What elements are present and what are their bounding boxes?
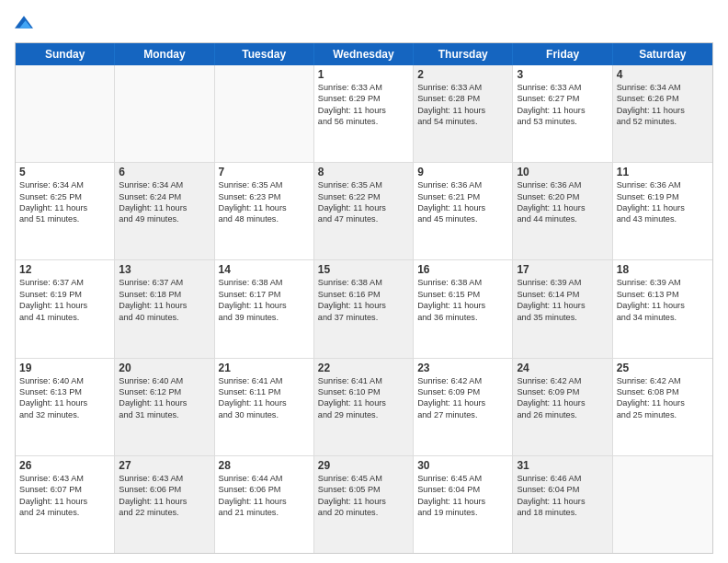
calendar-cell-day-27: 27Sunrise: 6:43 AM Sunset: 6:06 PM Dayli… xyxy=(115,456,214,553)
calendar-cell-day-24: 24Sunrise: 6:42 AM Sunset: 6:09 PM Dayli… xyxy=(513,359,612,455)
day-info: Sunrise: 6:38 AM Sunset: 6:15 PM Dayligh… xyxy=(417,277,508,323)
day-number: 20 xyxy=(119,362,210,374)
day-info: Sunrise: 6:41 AM Sunset: 6:10 PM Dayligh… xyxy=(318,375,409,421)
calendar-cell-day-11: 11Sunrise: 6:36 AM Sunset: 6:19 PM Dayli… xyxy=(613,163,712,259)
day-info: Sunrise: 6:43 AM Sunset: 6:06 PM Dayligh… xyxy=(119,473,210,519)
calendar-cell-day-8: 8Sunrise: 6:35 AM Sunset: 6:22 PM Daylig… xyxy=(314,163,414,259)
day-number: 10 xyxy=(517,166,608,178)
calendar-cell-day-21: 21Sunrise: 6:41 AM Sunset: 6:11 PM Dayli… xyxy=(215,359,314,455)
calendar-cell-day-30: 30Sunrise: 6:45 AM Sunset: 6:04 PM Dayli… xyxy=(414,456,513,553)
calendar-row-1: 5Sunrise: 6:34 AM Sunset: 6:25 PM Daylig… xyxy=(16,163,712,260)
calendar-cell-day-19: 19Sunrise: 6:40 AM Sunset: 6:13 PM Dayli… xyxy=(16,359,115,455)
calendar-cell-empty xyxy=(16,65,115,162)
calendar-row-4: 26Sunrise: 6:43 AM Sunset: 6:07 PM Dayli… xyxy=(16,456,712,553)
calendar-cell-day-7: 7Sunrise: 6:35 AM Sunset: 6:23 PM Daylig… xyxy=(215,163,314,259)
weekday-header-monday: Monday xyxy=(115,43,214,65)
logo xyxy=(15,11,35,35)
day-number: 5 xyxy=(19,166,110,178)
calendar-cell-day-16: 16Sunrise: 6:38 AM Sunset: 6:15 PM Dayli… xyxy=(414,260,513,357)
day-number: 11 xyxy=(617,166,709,178)
calendar-cell-day-22: 22Sunrise: 6:41 AM Sunset: 6:10 PM Dayli… xyxy=(314,359,414,455)
calendar-row-0: 1Sunrise: 6:33 AM Sunset: 6:29 PM Daylig… xyxy=(16,65,712,163)
day-info: Sunrise: 6:40 AM Sunset: 6:12 PM Dayligh… xyxy=(119,375,210,421)
day-info: Sunrise: 6:44 AM Sunset: 6:06 PM Dayligh… xyxy=(219,473,310,519)
day-number: 7 xyxy=(219,166,310,178)
calendar-cell-day-18: 18Sunrise: 6:39 AM Sunset: 6:13 PM Dayli… xyxy=(613,260,712,357)
calendar-cell-day-15: 15Sunrise: 6:38 AM Sunset: 6:16 PM Dayli… xyxy=(314,260,414,357)
calendar-cell-empty xyxy=(115,65,214,162)
day-info: Sunrise: 6:37 AM Sunset: 6:19 PM Dayligh… xyxy=(19,277,110,323)
page-header xyxy=(15,11,713,35)
day-number: 15 xyxy=(318,263,409,276)
calendar-cell-empty xyxy=(613,456,712,553)
day-number: 22 xyxy=(318,362,409,374)
day-number: 8 xyxy=(318,166,409,178)
day-number: 17 xyxy=(517,263,608,276)
calendar-cell-day-20: 20Sunrise: 6:40 AM Sunset: 6:12 PM Dayli… xyxy=(115,359,214,455)
day-number: 3 xyxy=(517,68,608,81)
weekday-header-thursday: Thursday xyxy=(414,43,513,65)
day-number: 13 xyxy=(119,263,210,276)
calendar-cell-day-5: 5Sunrise: 6:34 AM Sunset: 6:25 PM Daylig… xyxy=(16,163,115,259)
day-info: Sunrise: 6:33 AM Sunset: 6:29 PM Dayligh… xyxy=(318,82,409,128)
calendar-cell-day-17: 17Sunrise: 6:39 AM Sunset: 6:14 PM Dayli… xyxy=(513,260,612,357)
day-number: 26 xyxy=(19,459,110,472)
calendar-header: SundayMondayTuesdayWednesdayThursdayFrid… xyxy=(16,43,712,65)
day-info: Sunrise: 6:45 AM Sunset: 6:04 PM Dayligh… xyxy=(417,473,508,519)
calendar-cell-day-28: 28Sunrise: 6:44 AM Sunset: 6:06 PM Dayli… xyxy=(215,456,314,553)
weekday-header-saturday: Saturday xyxy=(613,43,712,65)
day-info: Sunrise: 6:33 AM Sunset: 6:27 PM Dayligh… xyxy=(517,82,608,128)
day-number: 24 xyxy=(517,362,608,374)
day-info: Sunrise: 6:36 AM Sunset: 6:21 PM Dayligh… xyxy=(417,179,508,225)
calendar-cell-empty xyxy=(215,65,314,162)
calendar-cell-day-23: 23Sunrise: 6:42 AM Sunset: 6:09 PM Dayli… xyxy=(414,359,513,455)
calendar-cell-day-9: 9Sunrise: 6:36 AM Sunset: 6:21 PM Daylig… xyxy=(414,163,513,259)
day-info: Sunrise: 6:43 AM Sunset: 6:07 PM Dayligh… xyxy=(19,473,110,519)
day-number: 18 xyxy=(617,263,709,276)
day-number: 31 xyxy=(517,459,608,472)
day-number: 1 xyxy=(318,68,409,81)
day-info: Sunrise: 6:37 AM Sunset: 6:18 PM Dayligh… xyxy=(119,277,210,323)
calendar-cell-day-13: 13Sunrise: 6:37 AM Sunset: 6:18 PM Dayli… xyxy=(115,260,214,357)
calendar-cell-day-26: 26Sunrise: 6:43 AM Sunset: 6:07 PM Dayli… xyxy=(16,456,115,553)
day-info: Sunrise: 6:42 AM Sunset: 6:09 PM Dayligh… xyxy=(417,375,508,421)
day-info: Sunrise: 6:36 AM Sunset: 6:19 PM Dayligh… xyxy=(617,179,709,225)
day-number: 27 xyxy=(119,459,210,472)
day-info: Sunrise: 6:36 AM Sunset: 6:20 PM Dayligh… xyxy=(517,179,608,225)
calendar-cell-day-4: 4Sunrise: 6:34 AM Sunset: 6:26 PM Daylig… xyxy=(613,65,712,162)
day-info: Sunrise: 6:41 AM Sunset: 6:11 PM Dayligh… xyxy=(219,375,310,421)
day-info: Sunrise: 6:42 AM Sunset: 6:09 PM Dayligh… xyxy=(517,375,608,421)
day-number: 16 xyxy=(417,263,508,276)
day-info: Sunrise: 6:34 AM Sunset: 6:26 PM Dayligh… xyxy=(617,82,709,128)
weekday-header-sunday: Sunday xyxy=(16,43,115,65)
day-number: 29 xyxy=(318,459,409,472)
day-info: Sunrise: 6:42 AM Sunset: 6:08 PM Dayligh… xyxy=(617,375,709,421)
day-number: 2 xyxy=(417,68,508,81)
calendar-cell-day-14: 14Sunrise: 6:38 AM Sunset: 6:17 PM Dayli… xyxy=(215,260,314,357)
day-info: Sunrise: 6:38 AM Sunset: 6:17 PM Dayligh… xyxy=(219,277,310,323)
day-number: 19 xyxy=(19,362,110,374)
day-number: 28 xyxy=(219,459,310,472)
day-info: Sunrise: 6:34 AM Sunset: 6:24 PM Dayligh… xyxy=(119,179,210,225)
calendar-cell-day-10: 10Sunrise: 6:36 AM Sunset: 6:20 PM Dayli… xyxy=(513,163,612,259)
day-info: Sunrise: 6:45 AM Sunset: 6:05 PM Dayligh… xyxy=(318,473,409,519)
calendar-cell-day-6: 6Sunrise: 6:34 AM Sunset: 6:24 PM Daylig… xyxy=(115,163,214,259)
day-number: 23 xyxy=(417,362,508,374)
calendar-cell-day-12: 12Sunrise: 6:37 AM Sunset: 6:19 PM Dayli… xyxy=(16,260,115,357)
day-number: 9 xyxy=(417,166,508,178)
day-number: 25 xyxy=(617,362,709,374)
calendar-row-2: 12Sunrise: 6:37 AM Sunset: 6:19 PM Dayli… xyxy=(16,260,712,358)
day-info: Sunrise: 6:34 AM Sunset: 6:25 PM Dayligh… xyxy=(19,179,110,225)
calendar-cell-day-2: 2Sunrise: 6:33 AM Sunset: 6:28 PM Daylig… xyxy=(414,65,513,162)
day-info: Sunrise: 6:35 AM Sunset: 6:23 PM Dayligh… xyxy=(219,179,310,225)
day-info: Sunrise: 6:38 AM Sunset: 6:16 PM Dayligh… xyxy=(318,277,409,323)
day-number: 4 xyxy=(617,68,709,81)
calendar-body: 1Sunrise: 6:33 AM Sunset: 6:29 PM Daylig… xyxy=(16,65,712,553)
weekday-header-tuesday: Tuesday xyxy=(215,43,314,65)
day-number: 14 xyxy=(219,263,310,276)
calendar-cell-day-31: 31Sunrise: 6:46 AM Sunset: 6:04 PM Dayli… xyxy=(513,456,612,553)
day-info: Sunrise: 6:39 AM Sunset: 6:13 PM Dayligh… xyxy=(617,277,709,323)
calendar-cell-day-3: 3Sunrise: 6:33 AM Sunset: 6:27 PM Daylig… xyxy=(513,65,612,162)
day-info: Sunrise: 6:35 AM Sunset: 6:22 PM Dayligh… xyxy=(318,179,409,225)
calendar-cell-day-1: 1Sunrise: 6:33 AM Sunset: 6:29 PM Daylig… xyxy=(314,65,414,162)
